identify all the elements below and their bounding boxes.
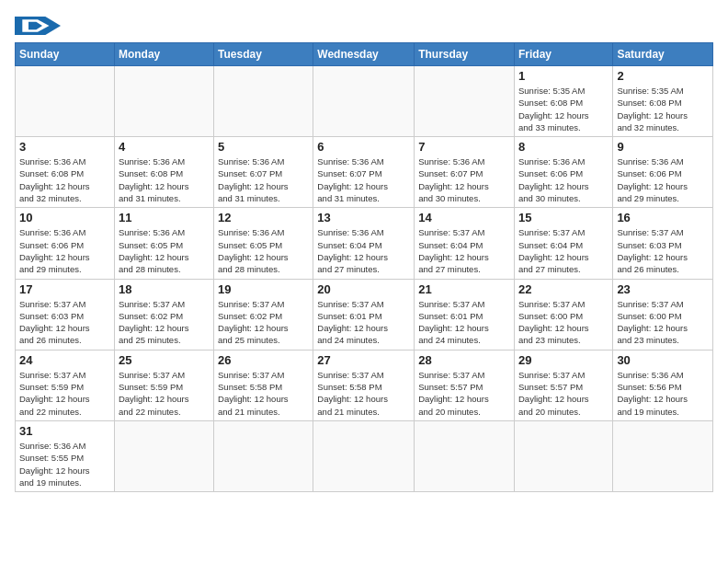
day-number: 2 (617, 69, 709, 83)
day-info: Sunrise: 5:36 AM Sunset: 6:05 PM Dayligh… (218, 226, 309, 275)
day-cell: 11Sunrise: 5:36 AM Sunset: 6:05 PM Dayli… (114, 208, 213, 279)
day-number: 13 (317, 211, 410, 224)
day-info: Sunrise: 5:37 AM Sunset: 5:57 PM Dayligh… (518, 369, 609, 418)
day-cell: 21Sunrise: 5:37 AM Sunset: 6:01 PM Dayli… (415, 279, 515, 350)
day-cell: 19Sunrise: 5:37 AM Sunset: 6:02 PM Dayli… (214, 279, 313, 350)
day-cell: 12Sunrise: 5:36 AM Sunset: 6:05 PM Dayli… (214, 208, 313, 279)
day-number: 6 (317, 140, 410, 154)
day-info: Sunrise: 5:36 AM Sunset: 6:06 PM Dayligh… (19, 226, 110, 275)
day-info: Sunrise: 5:36 AM Sunset: 6:04 PM Dayligh… (317, 226, 410, 275)
calendar-table: SundayMondayTuesdayWednesdayThursdayFrid… (15, 42, 713, 492)
week-row-3: 10Sunrise: 5:36 AM Sunset: 6:06 PM Dayli… (16, 208, 713, 279)
day-cell: 1Sunrise: 5:35 AM Sunset: 6:08 PM Daylig… (514, 66, 612, 137)
day-cell: 24Sunrise: 5:37 AM Sunset: 5:59 PM Dayli… (16, 350, 115, 420)
day-cell: 2Sunrise: 5:35 AM Sunset: 6:08 PM Daylig… (613, 66, 713, 137)
day-cell: 30Sunrise: 5:36 AM Sunset: 5:56 PM Dayli… (613, 350, 713, 420)
week-row-6: 31Sunrise: 5:36 AM Sunset: 5:55 PM Dayli… (16, 420, 713, 491)
day-number: 23 (617, 282, 709, 296)
day-cell: 17Sunrise: 5:37 AM Sunset: 6:03 PM Dayli… (16, 279, 115, 350)
day-number: 9 (617, 140, 709, 154)
day-header-wednesday: Wednesday (313, 43, 415, 66)
day-cell: 31Sunrise: 5:36 AM Sunset: 5:55 PM Dayli… (16, 420, 115, 491)
day-cell (16, 66, 115, 137)
day-cell: 7Sunrise: 5:36 AM Sunset: 6:07 PM Daylig… (415, 137, 515, 208)
logo (15, 15, 61, 35)
day-number: 22 (518, 282, 609, 296)
day-info: Sunrise: 5:36 AM Sunset: 6:07 PM Dayligh… (218, 155, 309, 204)
day-cell (313, 420, 415, 491)
day-info: Sunrise: 5:37 AM Sunset: 6:04 PM Dayligh… (418, 226, 510, 275)
day-number: 29 (518, 353, 609, 367)
day-number: 28 (418, 353, 510, 367)
day-info: Sunrise: 5:35 AM Sunset: 6:08 PM Dayligh… (518, 85, 609, 133)
day-number: 3 (19, 140, 110, 154)
calendar-header: SundayMondayTuesdayWednesdayThursdayFrid… (16, 43, 713, 66)
day-cell (214, 66, 313, 137)
day-number: 15 (518, 211, 609, 224)
day-info: Sunrise: 5:36 AM Sunset: 6:08 PM Dayligh… (119, 155, 210, 204)
day-info: Sunrise: 5:36 AM Sunset: 6:08 PM Dayligh… (19, 155, 110, 204)
day-cell: 8Sunrise: 5:36 AM Sunset: 6:06 PM Daylig… (514, 137, 612, 208)
day-info: Sunrise: 5:37 AM Sunset: 6:03 PM Dayligh… (617, 226, 709, 275)
day-info: Sunrise: 5:37 AM Sunset: 5:59 PM Dayligh… (19, 369, 110, 418)
day-number: 4 (119, 140, 210, 154)
day-info: Sunrise: 5:37 AM Sunset: 6:00 PM Dayligh… (617, 298, 709, 347)
day-info: Sunrise: 5:36 AM Sunset: 6:06 PM Dayligh… (518, 155, 609, 204)
day-info: Sunrise: 5:37 AM Sunset: 6:03 PM Dayligh… (19, 298, 110, 347)
day-cell: 23Sunrise: 5:37 AM Sunset: 6:00 PM Dayli… (613, 279, 713, 350)
day-cell: 25Sunrise: 5:37 AM Sunset: 5:59 PM Dayli… (114, 350, 213, 420)
day-cell: 15Sunrise: 5:37 AM Sunset: 6:04 PM Dayli… (514, 208, 612, 279)
day-number: 30 (617, 353, 709, 367)
day-number: 11 (119, 211, 210, 224)
calendar-body: 1Sunrise: 5:35 AM Sunset: 6:08 PM Daylig… (16, 66, 713, 492)
week-row-2: 3Sunrise: 5:36 AM Sunset: 6:08 PM Daylig… (16, 137, 713, 208)
day-info: Sunrise: 5:37 AM Sunset: 6:02 PM Dayligh… (119, 298, 210, 347)
day-cell: 4Sunrise: 5:36 AM Sunset: 6:08 PM Daylig… (114, 137, 213, 208)
day-info: Sunrise: 5:37 AM Sunset: 6:02 PM Dayligh… (218, 298, 309, 347)
day-info: Sunrise: 5:36 AM Sunset: 5:55 PM Dayligh… (19, 440, 110, 488)
day-cell: 29Sunrise: 5:37 AM Sunset: 5:57 PM Dayli… (514, 350, 612, 420)
day-number: 5 (218, 140, 309, 154)
day-cell: 3Sunrise: 5:36 AM Sunset: 6:08 PM Daylig… (16, 137, 115, 208)
day-info: Sunrise: 5:37 AM Sunset: 5:59 PM Dayligh… (119, 369, 210, 418)
day-info: Sunrise: 5:36 AM Sunset: 6:06 PM Dayligh… (617, 155, 709, 204)
day-number: 8 (518, 140, 609, 154)
day-number: 24 (19, 353, 110, 367)
day-info: Sunrise: 5:36 AM Sunset: 6:05 PM Dayligh… (119, 226, 210, 275)
week-row-5: 24Sunrise: 5:37 AM Sunset: 5:59 PM Dayli… (16, 350, 713, 420)
day-number: 26 (218, 353, 309, 367)
day-info: Sunrise: 5:37 AM Sunset: 6:04 PM Dayligh… (518, 226, 609, 275)
day-cell (313, 66, 415, 137)
day-number: 25 (119, 353, 210, 367)
day-number: 31 (19, 424, 110, 438)
day-cell (415, 420, 515, 491)
day-cell (114, 66, 213, 137)
day-cell (514, 420, 612, 491)
day-header-monday: Monday (114, 43, 213, 66)
day-number: 17 (19, 282, 110, 296)
week-row-1: 1Sunrise: 5:35 AM Sunset: 6:08 PM Daylig… (16, 66, 713, 137)
day-cell: 18Sunrise: 5:37 AM Sunset: 6:02 PM Dayli… (114, 279, 213, 350)
day-info: Sunrise: 5:37 AM Sunset: 5:57 PM Dayligh… (418, 369, 510, 418)
day-header-tuesday: Tuesday (214, 43, 313, 66)
day-cell (114, 420, 213, 491)
days-of-week-row: SundayMondayTuesdayWednesdayThursdayFrid… (16, 43, 713, 66)
day-header-thursday: Thursday (415, 43, 515, 66)
day-cell (214, 420, 313, 491)
day-number: 16 (617, 211, 709, 224)
day-number: 18 (119, 282, 210, 296)
day-number: 12 (218, 211, 309, 224)
day-info: Sunrise: 5:36 AM Sunset: 6:07 PM Dayligh… (418, 155, 510, 204)
day-cell: 20Sunrise: 5:37 AM Sunset: 6:01 PM Dayli… (313, 279, 415, 350)
day-cell (613, 420, 713, 491)
logo-icon (15, 17, 61, 35)
page-header (15, 15, 713, 35)
day-info: Sunrise: 5:37 AM Sunset: 5:58 PM Dayligh… (317, 369, 410, 418)
day-cell: 5Sunrise: 5:36 AM Sunset: 6:07 PM Daylig… (214, 137, 313, 208)
day-info: Sunrise: 5:35 AM Sunset: 6:08 PM Dayligh… (617, 85, 709, 133)
day-number: 10 (19, 211, 110, 224)
day-info: Sunrise: 5:36 AM Sunset: 6:07 PM Dayligh… (317, 155, 410, 204)
day-number: 21 (418, 282, 510, 296)
day-cell: 6Sunrise: 5:36 AM Sunset: 6:07 PM Daylig… (313, 137, 415, 208)
day-number: 27 (317, 353, 410, 367)
